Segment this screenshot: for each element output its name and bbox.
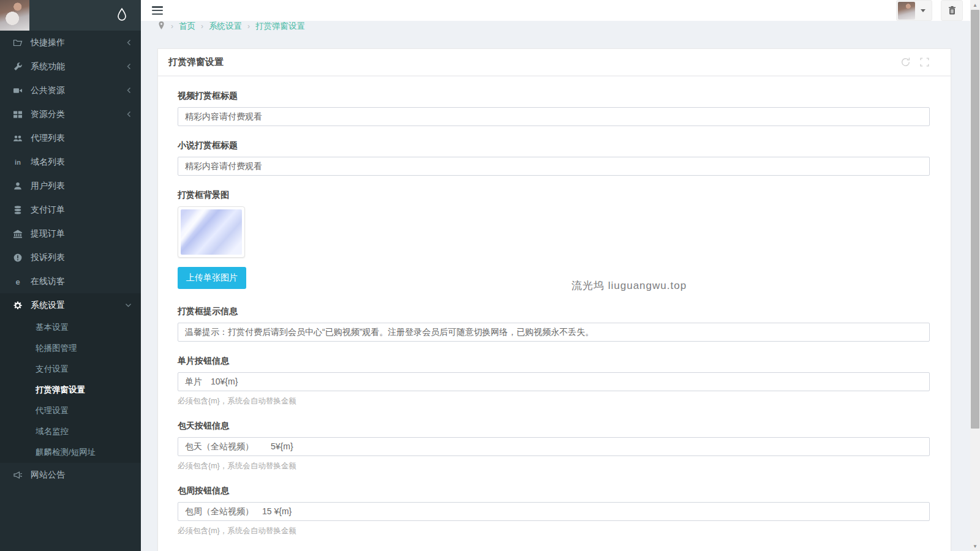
explorer-icon: e xyxy=(13,277,25,287)
chevron-left-icon xyxy=(126,111,132,118)
breadcrumb-system-settings[interactable]: 系统设置 xyxy=(209,21,242,32)
admin-page: 快捷操作 系统功能 公共资源 资源分类 代理列表 xyxy=(0,0,980,551)
sidebar-item-label: 系统功能 xyxy=(31,61,126,72)
reward-prompt-input[interactable] xyxy=(178,323,930,342)
field-label: 视频打赏框标题 xyxy=(178,91,930,102)
submenu-item-agent-settings[interactable]: 代理设置 xyxy=(0,400,141,421)
upload-image-button[interactable]: 上传单张图片 xyxy=(178,267,246,289)
avatar xyxy=(898,2,915,20)
submenu-item-domain-monitoring[interactable]: 域名监控 xyxy=(0,421,141,442)
sidebar-item-label: 公共资源 xyxy=(31,85,126,96)
weekly-button-info-input[interactable] xyxy=(178,502,930,521)
sidebar-header xyxy=(0,0,141,31)
submenu-item-carousel-management[interactable]: 轮播图管理 xyxy=(0,338,141,359)
caret-down-icon xyxy=(921,9,925,12)
sidebar-item-label: 提现订单 xyxy=(31,228,132,239)
card-header: 打赏弹窗设置 xyxy=(158,49,951,77)
breadcrumb-separator: › xyxy=(247,22,250,31)
sidebar-menu: 快捷操作 系统功能 公共资源 资源分类 代理列表 xyxy=(0,31,141,317)
submenu-item-qilin-detection[interactable]: 麒麟检测/短网址 xyxy=(0,442,141,463)
breadcrumb-separator: › xyxy=(171,22,173,31)
sidebar-item-withdraw-orders[interactable]: 提现订单 xyxy=(0,222,141,246)
sidebar-item-label: 域名列表 xyxy=(31,157,132,168)
scrollbar-down-arrow[interactable]: ▼ xyxy=(970,541,980,551)
user-icon xyxy=(13,181,25,191)
chevron-left-icon xyxy=(126,87,132,94)
sidebar-item-site-announcement[interactable]: 网站公告 xyxy=(0,463,141,487)
sidebar-item-label: 资源分类 xyxy=(31,109,126,120)
field-help-text: 必须包含{m}，系统会自动替换金额 xyxy=(178,396,930,407)
field-label: 包天按钮信息 xyxy=(178,421,930,432)
field-label: 单片按钮信息 xyxy=(178,356,930,367)
map-pin-icon xyxy=(157,21,165,32)
sidebar-item-label: 在线访客 xyxy=(31,276,132,287)
field-reward-background-image: 打赏框背景图 上传单张图片 xyxy=(178,190,930,289)
card-body: 视频打赏框标题 小说打赏框标题 打赏框背景图 上传单张图片 打赏框提示信息 xyxy=(158,77,951,551)
folder-open-icon xyxy=(13,38,25,48)
field-label: 包周按钮信息 xyxy=(178,485,930,497)
breadcrumb-separator: › xyxy=(201,22,203,31)
submenu-item-basic-settings[interactable]: 基本设置 xyxy=(0,317,141,338)
exclamation-circle-icon xyxy=(13,253,25,263)
sidebar-item-label: 投诉列表 xyxy=(31,252,132,263)
background-image-thumbnail[interactable] xyxy=(178,206,245,258)
field-weekly-button-info: 包周按钮信息 必须包含{m}，系统会自动替换金额 xyxy=(178,485,930,536)
logo-avatar[interactable] xyxy=(0,0,29,31)
sidebar-item-system-settings[interactable]: 系统设置 xyxy=(0,293,141,317)
sidebar: 快捷操作 系统功能 公共资源 资源分类 代理列表 xyxy=(0,0,141,551)
sidebar-item-label: 支付订单 xyxy=(31,204,132,216)
video-reward-title-input[interactable] xyxy=(178,107,930,126)
field-reward-prompt-message: 打赏框提示信息 xyxy=(178,306,930,342)
sidebar-item-public-resources[interactable]: 公共资源 xyxy=(0,78,141,102)
sidebar-item-quick-actions[interactable]: 快捷操作 xyxy=(0,31,141,54)
card-tools xyxy=(900,57,930,67)
user-avatar-dropdown[interactable] xyxy=(896,0,932,21)
single-button-info-input[interactable] xyxy=(178,372,930,391)
video-camera-icon xyxy=(13,86,25,96)
chevron-down-icon xyxy=(125,302,132,308)
breadcrumb-reward-popup-settings[interactable]: 打赏弹窗设置 xyxy=(255,21,305,32)
sidebar-item-resource-categories[interactable]: 资源分类 xyxy=(0,102,141,126)
wrench-icon xyxy=(13,62,25,72)
daily-button-info-input[interactable] xyxy=(178,437,930,456)
submenu-item-payment-settings[interactable]: 支付设置 xyxy=(0,359,141,380)
sidebar-item-label: 系统设置 xyxy=(31,300,125,311)
chevron-left-icon xyxy=(126,39,132,46)
field-single-button-info: 单片按钮信息 必须包含{m}，系统会自动替换金额 xyxy=(178,356,930,407)
novel-reward-title-input[interactable] xyxy=(178,157,930,176)
sidebar-item-online-visitors[interactable]: e 在线访客 xyxy=(0,269,141,293)
trash-button[interactable] xyxy=(941,0,963,21)
topbar xyxy=(141,0,970,21)
svg-text:e: e xyxy=(15,277,20,286)
bank-icon xyxy=(13,229,25,239)
sidebar-item-domain-list[interactable]: in 域名列表 xyxy=(0,150,141,174)
field-video-reward-title: 视频打赏框标题 xyxy=(178,91,930,126)
field-label: 打赏框背景图 xyxy=(178,190,930,201)
content-area: 打赏弹窗设置 视频打赏框标题 小说打赏框标题 xyxy=(141,32,970,551)
field-label: 打赏框提示信息 xyxy=(178,306,930,317)
thumbnail-image xyxy=(181,209,242,255)
sidebar-item-payment-orders[interactable]: 支付订单 xyxy=(0,198,141,222)
hamburger-menu-icon[interactable] xyxy=(152,6,163,15)
sidebar-item-system-functions[interactable]: 系统功能 xyxy=(0,54,141,78)
sidebar-item-user-list[interactable]: 用户列表 xyxy=(0,174,141,198)
chevron-left-icon xyxy=(126,63,132,70)
expand-icon[interactable] xyxy=(919,57,930,67)
breadcrumb: › 首页 › 系统设置 › 打赏弹窗设置 xyxy=(141,21,970,32)
field-help-text: 必须包含{m}，系统会自动替换金额 xyxy=(178,526,930,536)
sidebar-item-complaint-list[interactable]: 投诉列表 xyxy=(0,246,141,269)
topbar-right xyxy=(896,0,963,21)
sidebar-item-label: 网站公告 xyxy=(31,470,132,481)
scrollbar-up-arrow[interactable]: ▲ xyxy=(970,0,980,10)
vertical-scrollbar[interactable]: ▲ ▼ xyxy=(970,0,980,551)
trash-icon xyxy=(948,6,957,15)
breadcrumb-home[interactable]: 首页 xyxy=(179,21,195,32)
droplet-icon[interactable] xyxy=(115,7,129,23)
refresh-icon[interactable] xyxy=(900,57,911,67)
submenu-item-reward-popup-settings[interactable]: 打赏弹窗设置 xyxy=(0,380,141,400)
scrollbar-thumb[interactable] xyxy=(971,10,979,429)
sidebar-item-agent-list[interactable]: 代理列表 xyxy=(0,126,141,150)
field-novel-reward-title: 小说打赏框标题 xyxy=(178,140,930,176)
sidebar-item-label: 用户列表 xyxy=(31,181,132,192)
field-label: 小说打赏框标题 xyxy=(178,140,930,151)
